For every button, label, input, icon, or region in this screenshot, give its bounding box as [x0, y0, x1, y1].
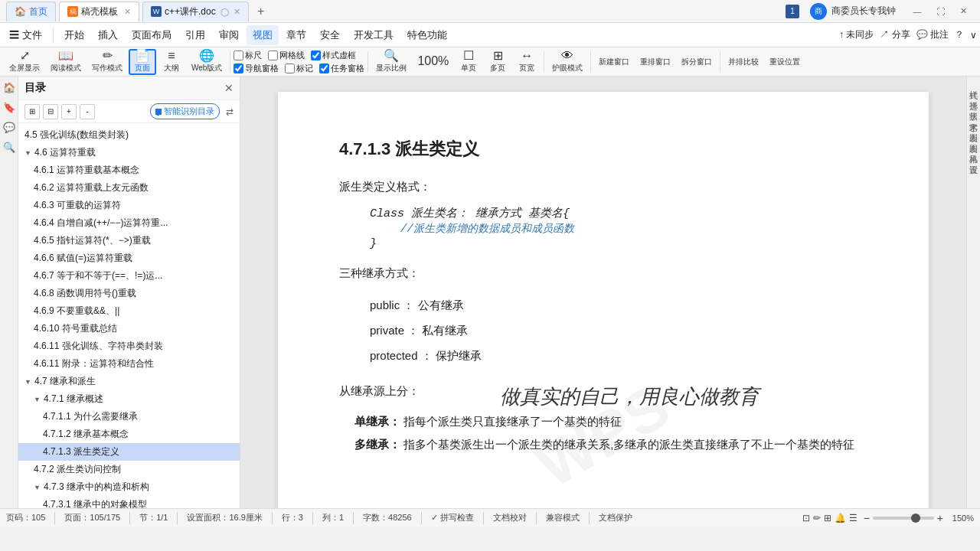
- single-page-btn[interactable]: ☐ 单页: [455, 49, 482, 75]
- toc-item-0[interactable]: 4.5 强化训练(数组类封装): [18, 126, 240, 144]
- rs-settings-icon[interactable]: 设置: [968, 156, 979, 162]
- zoom-plus[interactable]: +: [937, 512, 943, 524]
- maximize-button[interactable]: ⛶: [929, 4, 951, 19]
- multi-page-btn[interactable]: ⊞ 多页: [484, 49, 511, 75]
- toc-item-13[interactable]: 4.6.11 附录：运算符和结合性: [18, 355, 240, 373]
- toc-item-8[interactable]: 4.6.7 等于和不等于(==、!=)运...: [18, 267, 240, 285]
- menu-ref[interactable]: 引用: [179, 25, 211, 45]
- writing-mode-btn[interactable]: ✏ 写作模式: [87, 49, 127, 75]
- style-checkbox[interactable]: [311, 51, 321, 60]
- review-btn[interactable]: 💬 批注: [916, 28, 949, 41]
- page-width-btn[interactable]: ↔ 页宽: [513, 49, 541, 75]
- fullscreen-btn[interactable]: ⤢ 全屏显示: [5, 49, 44, 75]
- ruler-checkbox[interactable]: [234, 51, 243, 60]
- tab-cppfile[interactable]: W c++课件.doc ◯ ✕: [142, 2, 249, 21]
- nav-checkbox[interactable]: [234, 64, 243, 73]
- toc-collapse-all[interactable]: ⊟: [43, 104, 58, 119]
- nav-bookmark-icon[interactable]: 🔖: [2, 99, 17, 115]
- toc-item-21[interactable]: 4.7.3.1 继承中的对象模型: [18, 496, 240, 508]
- menu-features[interactable]: 特色功能: [401, 25, 453, 45]
- toc-item-11[interactable]: 4.6.10 符号重载总结: [18, 320, 240, 337]
- toc-item-12[interactable]: 4.6.11 强化训练、字符串类封装: [18, 337, 240, 355]
- toc-nav-toggle[interactable]: ⇄: [226, 106, 234, 117]
- toc-item-1[interactable]: ▼ 4.6 运算符重载: [18, 144, 240, 161]
- toc-item-15[interactable]: ▼ 4.7.1 继承概述: [18, 390, 240, 408]
- compare-btn[interactable]: 并排比较: [724, 49, 763, 75]
- tab-template-close[interactable]: ✕: [124, 7, 131, 17]
- mark-checkbox[interactable]: [285, 64, 295, 73]
- status-icon-3[interactable]: ⊞: [824, 513, 831, 523]
- toc-item-7[interactable]: 4.6.6 赋值(=)运算符重载: [18, 249, 240, 267]
- rearrange-btn[interactable]: 重排窗口: [635, 49, 675, 75]
- menu-insert[interactable]: 插入: [92, 25, 124, 45]
- toc-expand-all[interactable]: ⊞: [24, 104, 40, 119]
- toc-item-16[interactable]: 4.7.1.1 为什么需要继承: [18, 408, 240, 425]
- status-icon-2[interactable]: ✏: [813, 513, 821, 523]
- menu-chapter[interactable]: 章节: [280, 25, 312, 45]
- menu-start[interactable]: 开始: [58, 25, 90, 45]
- toc-item-14[interactable]: ▼ 4.7 继承和派生: [18, 373, 240, 390]
- nav-checkbox-label[interactable]: 导航窗格: [234, 63, 279, 74]
- sync-btn[interactable]: ↑ 未同步: [839, 28, 874, 41]
- toc-item-2[interactable]: 4.6.1 运算符重载基本概念: [18, 161, 240, 179]
- style-checkbox-label[interactable]: 样式虚框: [311, 50, 356, 61]
- split-btn[interactable]: 拆分窗口: [677, 49, 717, 75]
- new-window-btn[interactable]: 新建窗口: [594, 49, 634, 75]
- zoom-100-btn[interactable]: 100%: [413, 49, 453, 75]
- eye-mode-btn[interactable]: 👁 护眼模式: [547, 49, 587, 75]
- task-checkbox-label[interactable]: 任务窗格: [319, 63, 364, 74]
- grid-checkbox-label[interactable]: 网格线: [268, 50, 305, 61]
- rs-style-icon[interactable]: 样式: [968, 81, 979, 87]
- status-icon-4[interactable]: 🔔: [835, 513, 846, 523]
- rs-art-icon[interactable]: 艺术字: [968, 113, 979, 119]
- mark-checkbox-label[interactable]: 标记: [285, 63, 313, 74]
- smart-tag[interactable]: ● 智能识别目录: [150, 103, 220, 119]
- grid-checkbox[interactable]: [268, 51, 278, 60]
- toc-item-19[interactable]: 4.7.2 派生类访问控制: [18, 461, 240, 478]
- more-btn[interactable]: ∨: [970, 30, 977, 41]
- task-checkbox[interactable]: [319, 64, 329, 73]
- toc-item-6[interactable]: 4.6.5 指针运算符(*、−>)重载: [18, 232, 240, 249]
- rs-chart2-icon[interactable]: 图表: [968, 135, 979, 141]
- toc-expand-one[interactable]: +: [61, 104, 77, 119]
- rs-chart-icon[interactable]: 图表: [968, 124, 979, 130]
- toc-close-button[interactable]: ✕: [224, 82, 234, 94]
- status-review[interactable]: 文档校对: [493, 512, 527, 523]
- toc-item-18[interactable]: 4.7.1.3 派生类定义: [18, 443, 240, 461]
- tab-template[interactable]: 稿 稿壳模板 ✕: [59, 2, 139, 21]
- ruler-checkbox-label[interactable]: 标尺: [234, 50, 262, 61]
- zoom-slider[interactable]: [873, 517, 934, 520]
- rs-style2-icon[interactable]: 风格: [968, 145, 979, 152]
- toc-collapse-one[interactable]: -: [80, 104, 95, 119]
- menu-security[interactable]: 安全: [314, 25, 346, 45]
- nav-comment-icon[interactable]: 💬: [2, 119, 17, 135]
- toc-item-17[interactable]: 4.7.1.2 继承基本概念: [18, 425, 240, 443]
- new-tab-button[interactable]: +: [252, 2, 270, 21]
- close-button[interactable]: ✕: [952, 4, 974, 19]
- nav-search-icon[interactable]: 🔍: [2, 139, 17, 155]
- toc-item-4[interactable]: 4.6.3 可重载的运算符: [18, 197, 240, 214]
- menu-devtools[interactable]: 开发工具: [348, 25, 400, 45]
- help-btn[interactable]: ？: [955, 28, 964, 41]
- tab-home[interactable]: 🏠 首页: [6, 2, 56, 21]
- toc-item-5[interactable]: 4.6.4 自增自减(++/−−)运算符重...: [18, 214, 240, 232]
- rs-select-icon[interactable]: 选择: [968, 92, 979, 98]
- tab-cppfile-close[interactable]: ✕: [234, 7, 240, 17]
- page-mode-btn[interactable]: 📄 页面: [129, 49, 156, 75]
- menu-view[interactable]: 视图: [247, 25, 279, 45]
- rs-shape-icon[interactable]: 形状: [968, 103, 979, 109]
- status-icon-5[interactable]: ☰: [849, 513, 858, 523]
- toc-item-3[interactable]: 4.6.2 运算符重载上友元函数: [18, 179, 240, 197]
- menu-file[interactable]: ☰ 文件: [3, 25, 48, 45]
- status-spell[interactable]: ✓ 拼写检查: [431, 512, 474, 523]
- zoom-minus[interactable]: −: [864, 512, 870, 524]
- reset-pos-btn[interactable]: 重设位置: [765, 49, 805, 75]
- toc-item-10[interactable]: 4.6.9 不要重载&&、||: [18, 302, 240, 320]
- toc-item-9[interactable]: 4.6.8 函数调用符号()重载: [18, 285, 240, 302]
- share-btn[interactable]: ↗ 分享: [880, 28, 910, 41]
- outline-mode-btn[interactable]: ≡ 大纲: [158, 49, 185, 75]
- toc-item-20[interactable]: ▼ 4.7.3 继承中的构造和析构: [18, 478, 240, 496]
- zoom-ratio-btn[interactable]: 🔍 显示比例: [371, 49, 411, 75]
- reading-mode-btn[interactable]: 📖 阅读模式: [46, 49, 86, 75]
- minimize-button[interactable]: —: [906, 4, 928, 19]
